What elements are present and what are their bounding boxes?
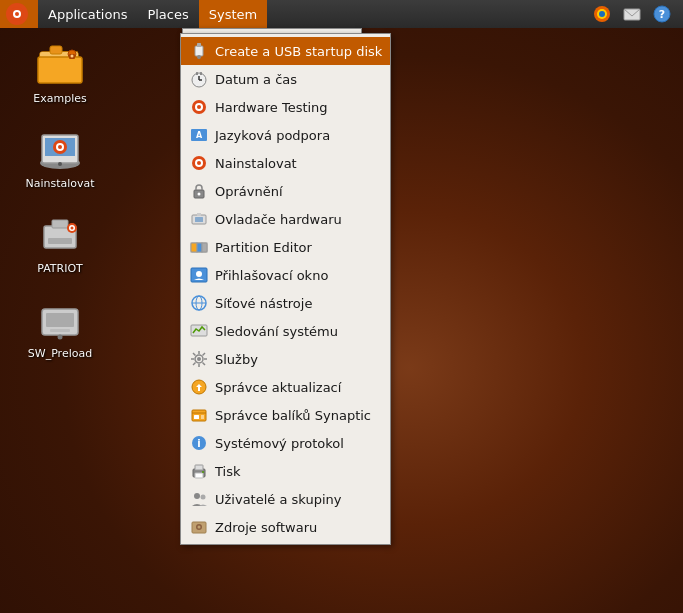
svg-rect-3 [38, 57, 82, 83]
svg-line-92 [203, 363, 206, 366]
svg-text:A: A [196, 131, 203, 140]
menu-item-monitor[interactable]: Sledování systému [181, 317, 390, 345]
svg-line-91 [193, 353, 196, 356]
svg-point-19 [71, 227, 74, 230]
desktop-icon-swpreload[interactable]: SW_Preload [20, 295, 100, 360]
users-icon [189, 489, 209, 509]
patriot-icon [36, 210, 84, 258]
monitor-icon [189, 321, 209, 341]
svg-rect-54 [195, 46, 203, 56]
svg-point-26 [15, 12, 19, 16]
svg-rect-73 [195, 217, 203, 222]
examples-icon [36, 40, 84, 88]
svg-point-29 [599, 11, 605, 17]
menu-item-hardware[interactable]: Hardware Testing [181, 93, 390, 121]
network-icon [189, 293, 209, 313]
menu-item-network[interactable]: Síťové nástroje [181, 289, 390, 317]
nainstalovat-icon [36, 125, 84, 173]
menu-item-nainstalovat[interactable]: Nainstalovat [181, 149, 390, 177]
panel-left: Applications Places System [0, 0, 267, 28]
panel-help-icon[interactable]: ? [649, 5, 675, 23]
panel-right: ? [589, 0, 683, 28]
sources-icon [189, 517, 209, 537]
menu-item-syslog[interactable]: i Systémový protokol [181, 429, 390, 457]
nainstalovat-label: Nainstalovat [25, 177, 94, 190]
svg-rect-22 [50, 329, 70, 332]
swpreload-icon [36, 295, 84, 343]
patriot-label: PATRIOT [37, 262, 83, 275]
desktop-icon-patriot[interactable]: PATRIOT [20, 210, 100, 275]
svg-line-93 [203, 353, 206, 356]
svg-point-13 [58, 145, 62, 149]
ubuntu-logo-icon [6, 3, 28, 25]
partition-icon [189, 237, 209, 257]
svg-rect-105 [195, 473, 203, 478]
svg-point-23 [58, 335, 63, 340]
svg-rect-15 [52, 220, 68, 228]
permissions-icon [189, 181, 209, 201]
examples-label: Examples [33, 92, 86, 105]
svg-text:?: ? [659, 8, 665, 21]
menu-item-updates[interactable]: Správce aktualizací [181, 373, 390, 401]
nainstalovat-menu-icon [189, 153, 209, 173]
print-icon [189, 461, 209, 481]
svg-rect-77 [197, 243, 202, 252]
sprava-submenu: Create a USB startup disk Datum a čas Ha… [180, 33, 391, 545]
svg-rect-61 [200, 72, 202, 75]
svg-point-56 [197, 55, 201, 59]
svg-rect-2 [50, 46, 62, 54]
svg-point-6 [71, 55, 74, 58]
datetime-icon [189, 69, 209, 89]
language-icon: A [189, 125, 209, 145]
svg-rect-55 [197, 43, 201, 47]
syslog-icon: i [189, 433, 209, 453]
menu-item-datetime[interactable]: Datum a čas [181, 65, 390, 93]
menu-item-loginwindow[interactable]: Přihlašovací okno [181, 261, 390, 289]
svg-point-64 [197, 105, 201, 109]
svg-point-10 [58, 162, 62, 166]
swpreload-label: SW_Preload [28, 347, 92, 360]
hardware-icon [189, 97, 209, 117]
svg-rect-74 [197, 213, 201, 216]
svg-rect-98 [194, 415, 199, 419]
menu-item-partition[interactable]: Partition Editor [181, 233, 390, 261]
desktop-icon-nainstalovat[interactable]: Nainstalovat [20, 125, 100, 190]
svg-point-108 [201, 495, 206, 500]
menu-item-users[interactable]: Uživatelé a skupiny [181, 485, 390, 513]
svg-rect-78 [202, 243, 207, 252]
panel-system[interactable]: System [199, 0, 267, 28]
svg-point-107 [194, 493, 200, 499]
svg-rect-76 [191, 243, 197, 252]
drivers-icon [189, 209, 209, 229]
menu-item-print[interactable]: Tisk [181, 457, 390, 485]
panel-mail-icon[interactable] [619, 5, 645, 23]
menu-item-language[interactable]: A Jazyková podpora [181, 121, 390, 149]
loginwindow-icon [189, 265, 209, 285]
menu-item-sources[interactable]: Zdroje softwaru [181, 513, 390, 541]
usb-icon [189, 41, 209, 61]
panel-ubuntu-logo[interactable] [0, 0, 38, 28]
svg-rect-60 [196, 72, 198, 75]
synaptic-icon [189, 405, 209, 425]
svg-rect-16 [48, 238, 72, 244]
svg-point-106 [202, 471, 204, 473]
desktop-icons-container: Examples Nainstalovat [20, 40, 100, 360]
svg-point-69 [197, 161, 201, 165]
menu-item-drivers[interactable]: Ovladače hardwaru [181, 205, 390, 233]
panel-places[interactable]: Places [137, 0, 198, 28]
menu-item-services[interactable]: Služby [181, 345, 390, 373]
menu-item-permissions[interactable]: Oprávnění [181, 177, 390, 205]
services-icon [189, 349, 209, 369]
top-panel: Applications Places System ? [0, 0, 683, 28]
svg-point-80 [196, 271, 202, 277]
svg-line-94 [193, 363, 196, 366]
svg-point-71 [198, 193, 201, 196]
svg-rect-104 [195, 465, 203, 470]
menu-item-synaptic[interactable]: Správce balíků Synaptic [181, 401, 390, 429]
panel-applications[interactable]: Applications [38, 0, 137, 28]
desktop-icon-examples[interactable]: Examples [20, 40, 100, 105]
svg-point-86 [197, 357, 201, 361]
panel-firefox-icon[interactable] [589, 5, 615, 23]
menu-item-usb[interactable]: Create a USB startup disk [181, 37, 390, 65]
svg-rect-21 [46, 313, 74, 327]
